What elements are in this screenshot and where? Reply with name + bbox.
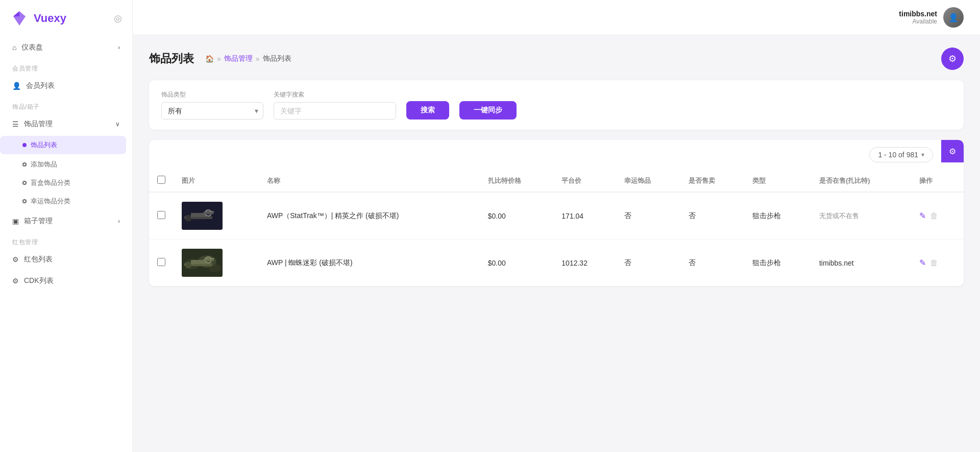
main-content: timibbs.net Available 👤 饰品列表 🏠 » 饰品管理 » … <box>133 0 980 452</box>
sidebar-item-add-item[interactable]: 添加饰品 <box>0 155 132 174</box>
row1-action-icons: ✎ 🗑 <box>919 211 955 221</box>
sidebar-logo-area: Vuexy ◎ <box>0 0 132 37</box>
row2-type: 狙击步枪 <box>744 240 811 287</box>
row1-price: $0.00 <box>480 192 554 240</box>
filter-keyword-input[interactable] <box>274 102 396 120</box>
filter-keyword-label: 关键字搜索 <box>274 90 396 99</box>
filter-type-select[interactable]: 所有 狙击步枪 突击步枪 手枪 刀 手套 <box>161 102 263 120</box>
row1-image-cell <box>174 192 259 240</box>
sidebar: Vuexy ◎ ⌂ 仪表盘 › 会员管理 👤 会员列表 饰品/箱子 ☰ 饰品管理… <box>0 0 133 452</box>
sidebar-item-item-mgmt-label: 饰品管理 <box>24 120 53 129</box>
svg-rect-15 <box>186 262 191 268</box>
sidebar-item-item-mgmt[interactable]: ☰ 饰品管理 ∨ <box>0 113 132 135</box>
page-body: 饰品列表 🏠 » 饰品管理 » 饰品列表 ⚙ 饰品类型 所有 狙击步枪 <box>133 35 980 452</box>
row2-name: AWP | 蜘蛛迷彩 (破损不堪) <box>259 240 480 287</box>
row1-on-sale: 否 <box>680 192 744 240</box>
page-header: 饰品列表 🏠 » 饰品管理 » 饰品列表 ⚙ <box>149 47 964 70</box>
sidebar-item-cdk-list-label: CDK列表 <box>24 276 54 286</box>
th-checkbox <box>149 170 174 192</box>
chevron-down-icon: ∨ <box>115 121 120 128</box>
pagination-info[interactable]: 1 - 10 of 981 ▾ <box>869 147 933 162</box>
th-type: 类型 <box>744 170 811 192</box>
topbar-status: Available <box>913 18 937 25</box>
row2-edit-icon[interactable]: ✎ <box>919 258 926 268</box>
user-icon: 👤 <box>12 82 21 90</box>
row2-actions-cell: ✎ 🗑 <box>911 240 964 287</box>
awp-dark-img <box>182 202 223 230</box>
dot-icon <box>22 199 27 203</box>
chevron-right-icon-box: › <box>118 218 120 225</box>
topbar: timibbs.net Available 👤 <box>133 0 980 35</box>
dot-icon <box>22 181 27 185</box>
box-icon: ▣ <box>12 217 19 225</box>
breadcrumb-home-icon[interactable]: 🏠 <box>205 55 214 63</box>
home-icon: ⌂ <box>12 43 16 52</box>
th-on-sale: 是否售卖 <box>680 170 744 192</box>
page-title-area: 饰品列表 🏠 » 饰品管理 » 饰品列表 <box>149 51 291 66</box>
sidebar-item-dashboard[interactable]: ⌂ 仪表盘 › <box>0 37 132 58</box>
row1-on-sale-zabit: 无货或不在售 <box>811 192 911 240</box>
topbar-username: timibbs.net <box>899 10 937 18</box>
row2-delete-icon[interactable]: 🗑 <box>930 258 938 268</box>
row1-lucky: 否 <box>616 192 680 240</box>
row1-delete-icon[interactable]: 🗑 <box>930 211 938 221</box>
th-actions: 操作 <box>911 170 964 192</box>
search-button[interactable]: 搜索 <box>406 101 449 120</box>
row1-edit-icon[interactable]: ✎ <box>919 211 926 221</box>
th-image: 图片 <box>174 170 259 192</box>
row2-item-image <box>182 249 223 277</box>
sidebar-item-box-mgmt[interactable]: ▣ 箱子管理 › <box>0 210 132 232</box>
filter-type-label: 饰品类型 <box>161 90 263 99</box>
logo-text: Vuexy <box>34 12 66 25</box>
dot-filled-icon <box>22 143 27 147</box>
gear-icon-cdk: ⚙ <box>12 277 19 285</box>
breadcrumb-item-mgmt[interactable]: 饰品管理 <box>224 54 253 63</box>
row2-checkbox-cell <box>149 240 174 287</box>
pagination-text: 1 - 10 of 981 <box>878 151 918 159</box>
sidebar-target-icon[interactable]: ◎ <box>114 13 122 24</box>
svg-rect-4 <box>186 215 191 221</box>
chevron-right-icon: › <box>118 44 120 51</box>
sidebar-item-item-list[interactable]: 饰品列表 <box>0 136 126 154</box>
sync-button[interactable]: 一键同步 <box>459 101 517 120</box>
sidebar-item-add-item-label: 添加饰品 <box>31 160 57 169</box>
row1-checkbox[interactable] <box>157 211 165 219</box>
list-icon: ☰ <box>12 120 19 128</box>
page-settings-button[interactable]: ⚙ <box>941 47 964 70</box>
row2-checkbox[interactable] <box>157 258 165 266</box>
sidebar-item-blind-box-cat-label: 盲盒饰品分类 <box>31 178 70 187</box>
awp-camo-img <box>182 249 223 277</box>
sidebar-item-dashboard-label: 仪表盘 <box>21 43 43 52</box>
row1-checkbox-cell <box>149 192 174 240</box>
row1-name: AWP（StatTrak™）| 精英之作 (破损不堪) <box>259 192 480 240</box>
sidebar-item-member-list-label: 会员列表 <box>26 81 55 90</box>
select-all-checkbox[interactable] <box>157 176 165 184</box>
row2-lucky: 否 <box>616 240 680 287</box>
table-top-bar: 1 - 10 of 981 ▾ <box>149 140 964 170</box>
sidebar-item-cdk-list[interactable]: ⚙ CDK列表 <box>0 270 132 292</box>
row1-platform-price: 171.04 <box>553 192 616 240</box>
breadcrumb-item-list: 饰品列表 <box>263 54 291 63</box>
filter-type-select-wrapper: 所有 狙击步枪 突击步枪 手枪 刀 手套 <box>161 102 263 120</box>
breadcrumb-sep1: » <box>217 55 221 63</box>
table-gear-button[interactable]: ⚙ <box>941 140 964 162</box>
row1-type: 狙击步枪 <box>744 192 811 240</box>
row2-image-cell <box>174 240 259 287</box>
dot-icon <box>22 162 27 166</box>
sidebar-item-redpacket-list[interactable]: ⚙ 红包列表 <box>0 249 132 270</box>
breadcrumb: 🏠 » 饰品管理 » 饰品列表 <box>205 54 291 63</box>
filter-card: 饰品类型 所有 狙击步枪 突击步枪 手枪 刀 手套 关键字搜索 搜索 一键同 <box>149 80 964 130</box>
pagination-chevron-icon: ▾ <box>921 151 924 158</box>
th-zabit-price: 扎比特价格 <box>480 170 554 192</box>
th-lucky: 幸运饰品 <box>616 170 680 192</box>
sidebar-item-lucky-item-cat[interactable]: 幸运饰品分类 <box>0 192 132 210</box>
table-header-row: 图片 名称 扎比特价格 平台价 幸运饰品 是否售卖 类型 是否在售(扎比特) 操… <box>149 170 964 192</box>
row1-actions-cell: ✎ 🗑 <box>911 192 964 240</box>
section-label-member: 会员管理 <box>0 58 132 75</box>
row2-action-icons: ✎ 🗑 <box>919 258 955 268</box>
filter-keyword-group: 关键字搜索 <box>274 90 396 120</box>
sidebar-item-member-list[interactable]: 👤 会员列表 <box>0 75 132 97</box>
sidebar-item-blind-box-cat[interactable]: 盲盒饰品分类 <box>0 174 132 192</box>
row2-price: $0.00 <box>480 240 554 287</box>
section-label-redpacket: 红包管理 <box>0 232 132 249</box>
